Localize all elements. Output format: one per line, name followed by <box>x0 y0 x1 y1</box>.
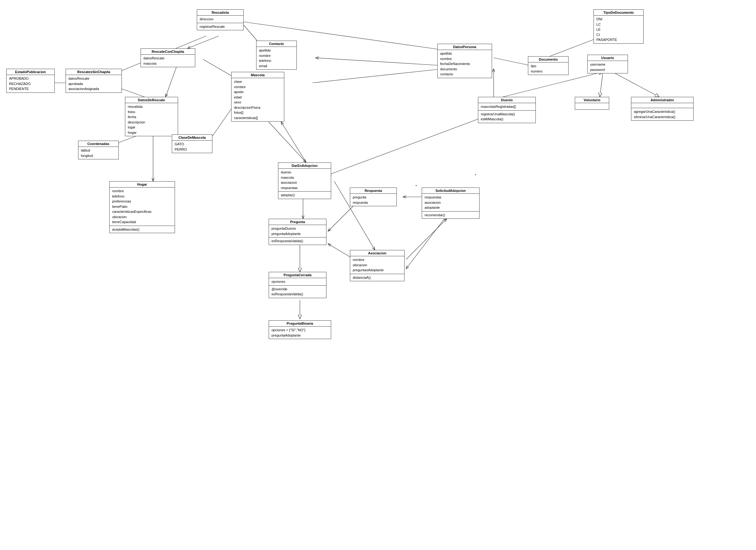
class-TipoDeDocumento: TipoDeDocumento DNI LC LE CI PASAPORTE <box>594 9 644 44</box>
svg-line-13 <box>312 69 444 83</box>
class-Administrador: Administrador agregarUnaCaracteristica()… <box>631 97 694 121</box>
class-Asociacion: Asociacion nombre ubicacion preguntasAdo… <box>350 250 405 281</box>
svg-line-33 <box>406 219 447 259</box>
svg-line-31 <box>328 116 487 175</box>
svg-line-32 <box>269 122 306 162</box>
class-DatosPersona: DatosPersona apellido nombre fechaDeNaci… <box>437 44 492 78</box>
class-DarEnAdopcion: DarEnAdopcion duenio mascota asociacion … <box>278 162 331 199</box>
class-Hogar: Hogar nombre telefono preferencias tiene… <box>109 181 175 233</box>
class-Pregunta: Pregunta preguntaDuenio preguntaAdoptant… <box>269 219 326 245</box>
svg-line-6 <box>316 58 444 66</box>
svg-line-14 <box>166 62 178 97</box>
class-Voluntario: Voluntario <box>575 97 609 110</box>
class-Usuario: Usuario username password <box>587 55 628 73</box>
class-SolicitudAdopcion: SolicitudAdopcion respuestas asociacion … <box>422 187 480 219</box>
class-Respuesta: Respuesta pregunta respuesta <box>350 187 397 206</box>
multiplicity-star-solicitud: * <box>475 173 476 177</box>
class-EstadoPublicacion: EstadoPublicacion APROBADO RECHAZADO PEN… <box>6 69 55 93</box>
multiplicity-star-respuesta: * <box>415 184 417 188</box>
svg-line-29 <box>406 215 447 269</box>
class-Contacto: Contacto apellido nombre telefono email <box>256 41 297 70</box>
class-RescatesSinChapita: RescatesSinChapita datosRescate aprobada… <box>66 69 122 93</box>
svg-line-10 <box>503 72 603 97</box>
class-Documento: Documento tipo numero <box>528 56 569 75</box>
svg-line-18 <box>187 36 219 48</box>
class-Coordenadas: Coordenadas latitud longitud <box>78 141 119 159</box>
svg-line-22 <box>281 122 306 162</box>
class-RescateConChapita: RescateConChapita datosRescate mascota <box>141 48 195 67</box>
svg-line-8 <box>600 72 603 97</box>
class-Duenio: Duenio mascotasRegistradas[] registrarUn… <box>478 97 536 123</box>
class-Mascota: Mascota clase nombre apodo edad sexo des… <box>231 72 284 121</box>
class-PreguntaCerrada: PreguntaCerrada opciones @override esRes… <box>269 272 326 298</box>
class-PreguntaBinaria: PreguntaBinaria opciones = ["SI","NO"] p… <box>269 320 331 339</box>
class-DatosDeRescate: DatosDeRescate rescatista fotos fecha de… <box>125 97 178 136</box>
class-Rescatista: Rescatista direccion registrarRescate <box>197 9 244 30</box>
class-ClaseDeMascota: ClaseDeMascota GATO PERRO <box>172 134 212 153</box>
svg-line-5 <box>494 58 531 66</box>
svg-line-9 <box>612 72 659 97</box>
